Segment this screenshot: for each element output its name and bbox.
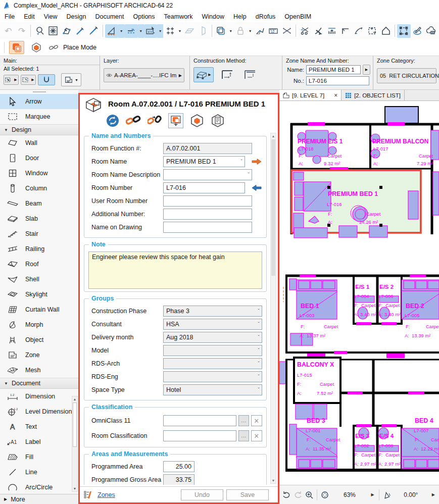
note-textarea[interactable]: Engineer please review this space for he… [88, 251, 262, 289]
home-story-icon[interactable] [379, 24, 393, 38]
scroll-up-icon[interactable]: ▲ [72, 396, 77, 402]
construction-method-auto-button[interactable]: ▶ [193, 67, 214, 82]
magic-wand-icon[interactable] [253, 24, 267, 38]
menu-options[interactable]: Options [128, 12, 159, 21]
tool-morph[interactable]: Morph [0, 317, 78, 332]
orientation-icon[interactable] [381, 489, 392, 500]
construction-phase-dropdown[interactable]: Phase 3 [163, 306, 262, 317]
stretch-icon[interactable] [325, 24, 339, 38]
construction-method-reference-button[interactable] [241, 67, 259, 82]
programmed-area-field[interactable]: 25.00 [163, 461, 194, 472]
additional-number-field[interactable] [163, 209, 252, 220]
space-type-dropdown[interactable]: Hotel [163, 384, 262, 395]
trim-corner-icon[interactable] [338, 24, 352, 38]
zones-link[interactable]: Zones [97, 491, 115, 498]
menu-file[interactable]: File [0, 12, 19, 21]
menu-drofus[interactable]: dRofus [251, 12, 280, 21]
offset-dropdown[interactable]: ▼ [228, 24, 234, 38]
rotation-dropdown[interactable]: ▶ [430, 492, 437, 497]
snap-points-icon[interactable] [46, 24, 60, 38]
tool-object[interactable]: Object [0, 332, 78, 347]
redo-icon[interactable]: ↷ [15, 24, 29, 38]
snap-grid-icon[interactable] [163, 24, 177, 38]
magnet-toggle-button[interactable] [38, 74, 55, 85]
construction-method-edge-button[interactable] [218, 67, 236, 82]
push-to-drawing-icon[interactable] [251, 159, 262, 165]
menu-view[interactable]: View [39, 12, 62, 21]
tool-mesh[interactable]: Mesh [0, 363, 78, 378]
snap-guides-dropdown[interactable]: ▼ [138, 24, 144, 38]
menu-design[interactable]: Design [62, 12, 91, 21]
room-name-description-dropdown[interactable] [163, 169, 252, 180]
menu-document[interactable]: Document [91, 12, 129, 21]
show-on-screen-button[interactable]: ▼ [168, 113, 183, 128]
name-on-drawing-field[interactable] [163, 222, 252, 233]
scroll-thumb[interactable] [73, 402, 77, 447]
room-data-sheet-icon[interactable] [211, 114, 225, 128]
rotation-value[interactable]: 0.00° [393, 491, 429, 498]
dialog-scroll-up-icon[interactable]: ▲ [271, 133, 276, 139]
tool-roof[interactable]: Roof [0, 257, 78, 272]
split-icon[interactable] [298, 24, 312, 38]
zone-name-input[interactable]: PREMIUM BED 1 [306, 65, 361, 74]
virtual-trace-icon[interactable] [196, 24, 210, 38]
model-dropdown[interactable] [163, 345, 262, 356]
zone-default-settings-button[interactable]: ▼ [61, 73, 81, 86]
tool-curtain-wall[interactable]: Curtain Wall [0, 302, 78, 317]
tool-line[interactable]: Line [0, 465, 78, 480]
snap-grid-dropdown[interactable]: ▼ [177, 24, 183, 38]
unlink-rooms-icon[interactable] [148, 114, 162, 127]
tool-marquee[interactable]: Marquee [0, 109, 78, 124]
guide-lines-dropdown[interactable]: ▼ [118, 24, 124, 38]
room-classification-field[interactable] [163, 430, 236, 441]
tool-window[interactable]: Window [0, 166, 78, 181]
tool-beam[interactable]: Beam [0, 196, 78, 211]
fit-in-window-icon[interactable] [320, 489, 330, 500]
room-classification-clear-icon[interactable]: ✕ [251, 430, 262, 441]
guide-lines-icon[interactable] [105, 24, 119, 38]
tool-level-dimension[interactable]: 1.2Level Dimension [0, 404, 78, 419]
coordinate-input-dropdown[interactable]: ▼ [157, 24, 163, 38]
menu-window[interactable]: Window [198, 12, 229, 21]
tool-railing[interactable]: Railing [0, 241, 78, 257]
dialog-scrollbar[interactable]: ▲ ▼ [270, 133, 276, 484]
marquee-settings-button[interactable]: ▶ [21, 75, 36, 85]
scroll-down-icon[interactable]: ▼ [72, 486, 77, 491]
omniclass-field[interactable] [163, 415, 236, 426]
fillet-icon[interactable] [352, 24, 366, 38]
rds-eng-dropdown[interactable] [163, 371, 262, 382]
room-number-field[interactable]: L7-016 [163, 182, 245, 193]
room-name-dropdown[interactable]: PREMIUM BED 1 [163, 156, 245, 167]
undo-button[interactable]: Undo [181, 489, 223, 500]
tab-close-icon[interactable]: × [334, 92, 337, 99]
menu-edit[interactable]: Edit [19, 12, 39, 21]
edit-polygon-icon[interactable] [60, 24, 74, 38]
tool-dimension[interactable]: 1.2Dimension [0, 389, 78, 404]
trace-reference-icon[interactable] [183, 24, 197, 38]
zoom-level-value[interactable]: 63% [331, 491, 368, 498]
annotate-icon[interactable] [411, 24, 424, 38]
user-room-number-field[interactable] [163, 195, 252, 207]
toolbox-section-design[interactable]: ▼Design [0, 124, 78, 135]
snap-guides-icon[interactable] [124, 24, 138, 38]
menu-openbim[interactable]: OpenBIM [280, 12, 316, 21]
marquee-selection-icon[interactable] [397, 24, 411, 38]
omniclass-clear-icon[interactable]: ✕ [251, 415, 262, 426]
save-button[interactable]: Save [226, 489, 269, 500]
toolbox-drag-handle[interactable] [0, 90, 78, 94]
measure-icon[interactable]: 12 [267, 24, 280, 38]
tool-label[interactable]: A1Label [0, 434, 78, 449]
delivery-month-dropdown[interactable]: Aug 2018 [163, 332, 262, 343]
zone-no-input[interactable]: L7-016 [306, 76, 369, 85]
forward-icon[interactable] [292, 489, 303, 500]
floor-plan-canvas[interactable]: PREMIUM E/S 1 L7-018 F: Carpet A: 9.32 m… [279, 101, 439, 485]
offset-icon[interactable] [214, 24, 228, 38]
suspend-groups-icon[interactable] [234, 24, 248, 38]
dialog-scroll-down-icon[interactable]: ▼ [271, 478, 276, 483]
tool-wall[interactable]: Wall [0, 135, 78, 150]
menu-help[interactable]: Help [229, 12, 251, 21]
tool-zone[interactable]: Zone [0, 347, 78, 363]
menu-teamwork[interactable]: Teamwork [160, 12, 198, 21]
rds-arch-dropdown[interactable] [163, 358, 262, 369]
drofus-item-mode-button[interactable] [29, 41, 44, 54]
